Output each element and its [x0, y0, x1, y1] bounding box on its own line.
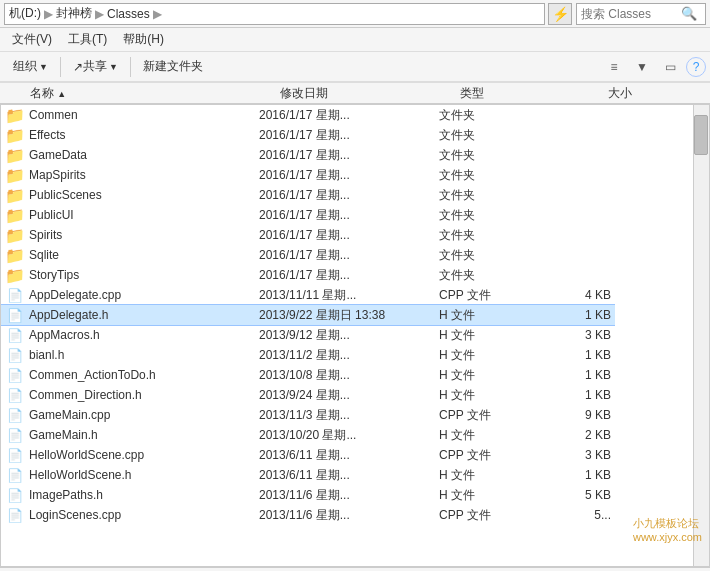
file-type: 文件夹 — [435, 227, 535, 244]
toolbar-right: ≡ ▼ ▭ ? — [602, 55, 706, 79]
file-name: GameMain.cpp — [25, 408, 255, 422]
file-name: AppDelegate.h — [25, 308, 255, 322]
column-header: 名称 ▲ 修改日期 类型 大小 — [0, 82, 710, 104]
menu-item-file[interactable]: 文件(V) — [4, 29, 60, 50]
file-icon: 📄 — [5, 445, 25, 465]
column-name[interactable]: 名称 ▲ — [26, 83, 276, 104]
list-item[interactable]: 📁Commen2016/1/17 星期...文件夹 — [1, 105, 615, 125]
file-size: 3 KB — [535, 448, 615, 462]
menu-item-tools[interactable]: 工具(T) — [60, 29, 115, 50]
new-folder-button[interactable]: 新建文件夹 — [134, 55, 212, 79]
file-name: HelloWorldScene.cpp — [25, 448, 255, 462]
column-size[interactable]: 大小 — [556, 83, 636, 104]
refresh-button[interactable]: ⚡ — [548, 3, 572, 25]
file-name: Commen — [25, 108, 255, 122]
file-date: 2016/1/17 星期... — [255, 207, 435, 224]
file-type: H 文件 — [435, 487, 535, 504]
view-details-button[interactable]: ≡ — [602, 55, 626, 79]
address-part-1: 机(D:) — [9, 5, 41, 22]
file-name: Effects — [25, 128, 255, 142]
list-item[interactable]: 📁Sqlite2016/1/17 星期...文件夹 — [1, 245, 615, 265]
search-input[interactable] — [581, 7, 681, 21]
list-item[interactable]: 📁MapSpirits2016/1/17 星期...文件夹 — [1, 165, 615, 185]
list-item[interactable]: 📄ImagePaths.h2013/11/6 星期...H 文件5 KB — [1, 485, 615, 505]
file-date: 2016/1/17 星期... — [255, 247, 435, 264]
scrollbar-thumb[interactable] — [694, 115, 708, 155]
list-item[interactable]: 📄Commen_ActionToDo.h2013/10/8 星期...H 文件1… — [1, 365, 615, 385]
file-date: 2016/1/17 星期... — [255, 107, 435, 124]
file-type: 文件夹 — [435, 247, 535, 264]
file-name: MapSpirits — [25, 168, 255, 182]
file-size: 1 KB — [535, 368, 615, 382]
address-path[interactable]: 机(D:) ▶ 封神榜 ▶ Classes ▶ — [4, 3, 545, 25]
file-type: CPP 文件 — [435, 507, 535, 524]
folder-icon: 📁 — [5, 205, 25, 225]
help-button[interactable]: ? — [686, 57, 706, 77]
share-arrow: ▼ — [109, 62, 118, 72]
file-name: ImagePaths.h — [25, 488, 255, 502]
list-item[interactable]: 📁StoryTips2016/1/17 星期...文件夹 — [1, 265, 615, 285]
file-date: 2013/11/6 星期... — [255, 487, 435, 504]
share-button[interactable]: ↗ 共享 ▼ — [64, 55, 127, 79]
file-date: 2013/6/11 星期... — [255, 447, 435, 464]
address-bar: 机(D:) ▶ 封神榜 ▶ Classes ▶ ⚡ 🔍 — [0, 0, 710, 28]
sort-asc-icon: ▲ — [57, 89, 66, 99]
list-item[interactable]: 📄Commen_Direction.h2013/9/24 星期...H 文件1 … — [1, 385, 615, 405]
search-icon: 🔍 — [681, 6, 697, 21]
file-date: 2016/1/17 星期... — [255, 187, 435, 204]
folder-icon: 📁 — [5, 245, 25, 265]
list-item[interactable]: 📄HelloWorldScene.cpp2013/6/11 星期...CPP 文… — [1, 445, 615, 465]
file-type: 文件夹 — [435, 127, 535, 144]
file-type: CPP 文件 — [435, 287, 535, 304]
share-label: 共享 — [83, 58, 107, 75]
list-item[interactable]: 📄HelloWorldScene.h2013/6/11 星期...H 文件1 K… — [1, 465, 615, 485]
column-type[interactable]: 类型 — [456, 83, 556, 104]
toolbar: 组织 ▼ ↗ 共享 ▼ 新建文件夹 ≡ ▼ ▭ ? — [0, 52, 710, 82]
file-date: 2013/11/11 星期... — [255, 287, 435, 304]
file-date: 2013/10/8 星期... — [255, 367, 435, 384]
list-item[interactable]: 📄GameMain.h2013/10/20 星期...H 文件2 KB — [1, 425, 615, 445]
list-item[interactable]: 📁PublicUI2016/1/17 星期...文件夹 — [1, 205, 615, 225]
file-name: Sqlite — [25, 248, 255, 262]
list-item[interactable]: 📁GameData2016/1/17 星期...文件夹 — [1, 145, 615, 165]
file-type: 文件夹 — [435, 187, 535, 204]
folder-icon: 📁 — [5, 125, 25, 145]
search-bar[interactable]: 🔍 — [576, 3, 706, 25]
file-type: H 文件 — [435, 327, 535, 344]
folder-icon: 📁 — [5, 165, 25, 185]
list-item[interactable]: 📄bianl.h2013/11/2 星期...H 文件1 KB — [1, 345, 615, 365]
file-icon: 📄 — [5, 465, 25, 485]
file-date: 2013/11/6 星期... — [255, 507, 435, 524]
view-preview-button[interactable]: ▭ — [658, 55, 682, 79]
view-dropdown-button[interactable]: ▼ — [630, 55, 654, 79]
scrollbar[interactable] — [693, 105, 709, 566]
file-date: 2016/1/17 星期... — [255, 267, 435, 284]
list-item[interactable]: 📁Effects2016/1/17 星期...文件夹 — [1, 125, 615, 145]
list-item[interactable]: 📄LoginScenes.cpp2013/11/6 星期...CPP 文件5..… — [1, 505, 615, 525]
file-type: 文件夹 — [435, 207, 535, 224]
list-item[interactable]: 📄GameMain.cpp2013/11/3 星期...CPP 文件9 KB — [1, 405, 615, 425]
column-date[interactable]: 修改日期 — [276, 83, 456, 104]
menu-item-help[interactable]: 帮助(H) — [115, 29, 172, 50]
list-item[interactable]: 📄AppMacros.h2013/9/12 星期...H 文件3 KB — [1, 325, 615, 345]
organize-button[interactable]: 组织 ▼ — [4, 55, 57, 79]
file-icon: 📄 — [5, 345, 25, 365]
file-name: Commen_Direction.h — [25, 388, 255, 402]
file-icon: 📄 — [5, 365, 25, 385]
file-name: StoryTips — [25, 268, 255, 282]
file-date: 2016/1/17 星期... — [255, 127, 435, 144]
list-item[interactable]: 📁PublicScenes2016/1/17 星期...文件夹 — [1, 185, 615, 205]
file-type: H 文件 — [435, 307, 535, 324]
file-type: H 文件 — [435, 467, 535, 484]
list-item[interactable]: 📄AppDelegate.cpp2013/11/11 星期...CPP 文件4 … — [1, 285, 615, 305]
file-name: AppDelegate.cpp — [25, 288, 255, 302]
file-size: 1 KB — [535, 388, 615, 402]
file-type: 文件夹 — [435, 167, 535, 184]
list-item[interactable]: 📄AppDelegate.h2013/9/22 星期日 13:38H 文件1 K… — [1, 305, 615, 325]
file-size: 5 KB — [535, 488, 615, 502]
list-item[interactable]: 📁Spirits2016/1/17 星期...文件夹 — [1, 225, 615, 245]
file-rows[interactable]: 📁Commen2016/1/17 星期...文件夹📁Effects2016/1/… — [1, 105, 615, 566]
folder-icon: 📁 — [5, 265, 25, 285]
file-date: 2013/9/12 星期... — [255, 327, 435, 344]
file-name: LoginScenes.cpp — [25, 508, 255, 522]
